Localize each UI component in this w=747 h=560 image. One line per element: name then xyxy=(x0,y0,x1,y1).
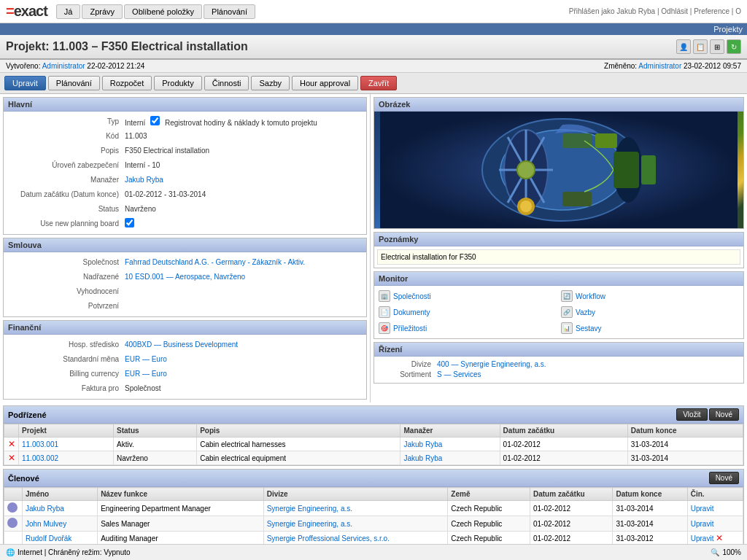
user-info: Přihlášen jako Jakub Ryba | Odhlásit | P… xyxy=(569,7,741,15)
delete-icon[interactable]: ✕ xyxy=(8,453,15,463)
cell-divize: Synergie Engineering, a.s. xyxy=(263,516,448,532)
value-uroven: Interní - 10 xyxy=(125,161,362,169)
btn-nove-podrizene[interactable]: Nové xyxy=(709,408,739,421)
obrazek-section: Obrázek xyxy=(374,97,744,229)
projekt-link[interactable]: 11.003.002 xyxy=(22,454,58,462)
monitor-vazby[interactable]: 🔗 Vazby xyxy=(560,305,740,319)
row-typ: Typ Interní Registrovat hodiny & náklady… xyxy=(8,114,362,128)
cell-zacatek: 01-02-2012 xyxy=(500,451,627,465)
value-spolecnost: Fahrrad Deutschland A.G. - Germany - Zák… xyxy=(125,258,362,266)
cell-status: Navrženo xyxy=(114,451,197,465)
workflow-icon: 🔄 xyxy=(561,290,573,302)
podrizene-btns: Vložit Nové xyxy=(676,408,739,421)
app-logo: =exact xyxy=(6,3,47,20)
cell-funkce: Engineering Department Manager xyxy=(98,501,264,516)
sestavy-icon: 📊 xyxy=(561,322,573,334)
value-typ: Interní Registrovat hodiny & náklady k t… xyxy=(125,116,362,127)
status-left: 🌐 Internet | Chráněný režim: Vypnuto xyxy=(6,548,131,556)
cell-funkce: Sales Manager xyxy=(98,516,264,532)
upravit-link[interactable]: Upravit xyxy=(691,534,714,542)
projects-bar: Projekty xyxy=(0,23,747,35)
created-user[interactable]: Administrator xyxy=(42,62,85,70)
th-popis: Popis xyxy=(197,424,400,438)
cell-delete[interactable]: ✕ xyxy=(4,438,19,451)
upravit-link[interactable]: Upravit xyxy=(691,505,714,513)
btn-upravit[interactable]: Upravit xyxy=(4,76,46,90)
th-zacatek: Datum začátku xyxy=(500,424,627,438)
row-kod: Kód 11.003 xyxy=(8,129,362,142)
status-right: 🔍 100% xyxy=(711,548,741,556)
manazer-link[interactable]: Jakub Ryba xyxy=(403,440,442,448)
btn-rozpocet[interactable]: Rozpočet xyxy=(102,76,152,90)
row-datum: Datum začátku (Datum konce) 01-02-2012 -… xyxy=(8,187,362,201)
table-row: John Mulvey Sales Manager Synergie Engin… xyxy=(4,516,743,532)
jmeno-link[interactable]: John Mulvey xyxy=(26,520,66,528)
poznamky-section: Poznámky Electrical installation for F35… xyxy=(374,232,744,268)
btn-nove-clenove[interactable]: Nové xyxy=(709,472,739,484)
upravit-link[interactable]: Upravit xyxy=(691,520,714,528)
divize-link[interactable]: Synergie Proffessional Services, s.r.o. xyxy=(267,534,390,542)
btn-produkty[interactable]: Produkty xyxy=(154,76,201,90)
row-billing: Billing currency EUR — Euro xyxy=(8,367,362,380)
monitor-spolecnosti[interactable]: 🏢 Společnosti xyxy=(377,289,558,303)
delete-icon[interactable]: ✕ xyxy=(8,439,15,449)
row-popis: Popis F350 Electrical installation xyxy=(8,144,362,157)
projekt-link[interactable]: 11.003.001 xyxy=(22,440,58,448)
jmeno-link[interactable]: Rudolf Dvořák xyxy=(26,534,71,542)
cell-konec: 31-03-2014 xyxy=(627,438,743,451)
checkbox-typ[interactable] xyxy=(150,116,160,125)
th-konec2: Datum konce xyxy=(613,488,687,501)
jmeno-link[interactable]: Jakub Ryba xyxy=(26,505,64,513)
status-bar: 🌐 Internet | Chráněný režim: Vypnuto 🔍 1… xyxy=(0,544,747,560)
btn-planovani[interactable]: Plánování xyxy=(48,76,100,90)
financni-section: Finanční Hosp. středisko 400BXD — Busine… xyxy=(3,320,367,400)
manazer-link[interactable]: Jakub Ryba xyxy=(403,454,442,462)
cell-manazer: Jakub Ryba xyxy=(400,438,500,451)
cell-projekt: 11.003.002 xyxy=(19,451,114,465)
nav-planovani[interactable]: Plánování xyxy=(204,4,255,19)
icon-copy[interactable]: 📋 xyxy=(693,39,708,54)
value-datum: 01-02-2012 - 31-03-2014 xyxy=(125,190,362,198)
label-hosp: Hosp. středisko xyxy=(8,341,125,349)
cell-projekt: 11.003.001 xyxy=(19,438,114,451)
monitor-dokumenty[interactable]: 📄 Dokumenty xyxy=(377,305,558,319)
divize-link[interactable]: Synergie Engineering, a.s. xyxy=(267,505,352,513)
svg-rect-11 xyxy=(595,133,617,148)
cell-konec: 31-03-2014 xyxy=(627,451,743,465)
btn-cinnosti[interactable]: Činnosti xyxy=(204,76,249,90)
divize-link[interactable]: Synergie Engineering, a.s. xyxy=(267,520,352,528)
svg-rect-16 xyxy=(641,155,656,184)
value-nadrazene: 10 ESD.001 — Aerospace, Navrženo xyxy=(125,273,362,281)
btn-hour-approval[interactable]: Hour approval xyxy=(292,76,358,90)
nav-ja[interactable]: Já xyxy=(56,4,81,19)
icon-expand[interactable]: ⊞ xyxy=(710,39,724,54)
monitor-sestavy[interactable]: 📊 Sestavy xyxy=(560,321,740,335)
changed-user[interactable]: Administrator xyxy=(638,62,681,70)
monitor-prilezitosti[interactable]: 🎯 Příležitosti xyxy=(377,321,558,335)
btn-sazby[interactable]: Sazby xyxy=(251,76,290,90)
cell-delete[interactable]: ✕ xyxy=(4,451,19,465)
label-billing: Billing currency xyxy=(8,370,125,378)
checkbox-planning[interactable] xyxy=(125,218,134,228)
avatar xyxy=(7,502,18,513)
row-faktura: Faktura pro Společnost xyxy=(8,381,362,394)
prilezitosti-icon: 🎯 xyxy=(379,322,390,334)
rizeni-section: Řízení Divize 400 — Synergie Engineering… xyxy=(374,342,744,384)
svg-rect-12 xyxy=(562,192,592,206)
project-image xyxy=(374,112,743,228)
nav-zpravy[interactable]: Zprávy xyxy=(82,4,123,19)
value-divize: 400 — Synergie Engineering, a.s. xyxy=(437,359,546,368)
btn-vlozit[interactable]: Vložit xyxy=(676,408,707,421)
icon-contacts[interactable]: 👤 xyxy=(676,39,691,54)
label-datum: Datum začátku (Datum konce) xyxy=(8,190,125,198)
delete-icon[interactable]: ✕ xyxy=(716,533,723,543)
nav-oblibene[interactable]: Oblíbené položky xyxy=(124,4,202,19)
cell-jmeno: Jakub Ryba xyxy=(23,501,98,516)
th-delete xyxy=(4,424,19,438)
value-status: Navrženo xyxy=(125,205,362,213)
btn-zavrit[interactable]: Zavřít xyxy=(360,76,397,90)
icon-refresh[interactable]: ↻ xyxy=(727,39,741,54)
monitor-workflow[interactable]: 🔄 Workflow xyxy=(560,289,740,303)
th-jmeno: Jméno xyxy=(23,488,98,501)
label-nadrazene: Nadřazené xyxy=(8,273,125,281)
